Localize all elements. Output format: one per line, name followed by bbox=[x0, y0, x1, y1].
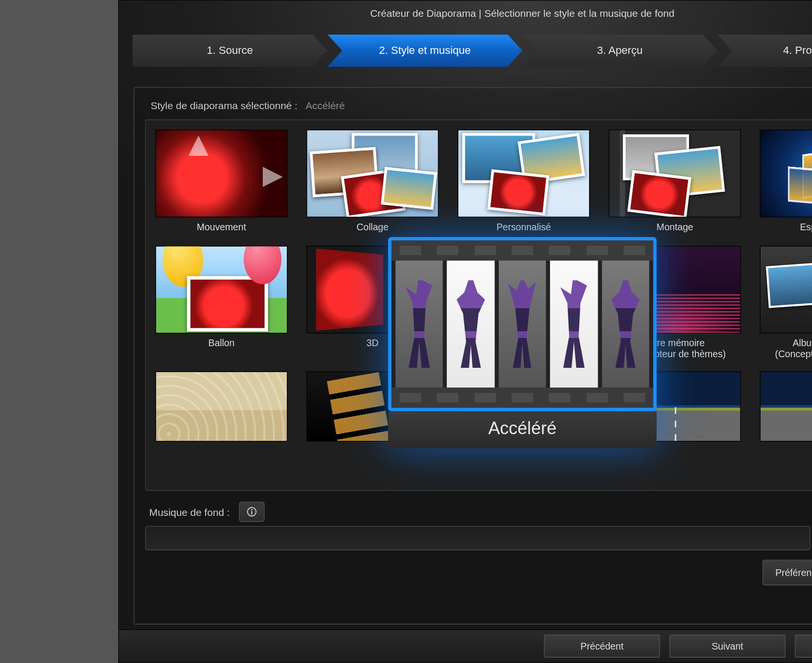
title-bar: Créateur de Diaporama | Sélectionner le … bbox=[119, 0, 812, 25]
style-thumb bbox=[609, 130, 741, 218]
style-tile[interactable] bbox=[760, 372, 812, 442]
footer-bar: Précédent Suivant Annuler bbox=[119, 629, 812, 663]
style-tile-collage[interactable]: Collage bbox=[307, 130, 439, 234]
style-tile[interactable] bbox=[155, 372, 287, 442]
svg-point-3 bbox=[251, 509, 253, 511]
style-row-1: Mouvement Collage Personnalisé bbox=[153, 130, 812, 234]
step-preview[interactable]: 3. Aperçu bbox=[522, 35, 717, 67]
style-tile-montage[interactable]: Montage bbox=[609, 130, 741, 234]
style-tile-mouvement[interactable]: Mouvement bbox=[155, 130, 287, 234]
selection-line: Style de diaporama sélectionné : Accélér… bbox=[150, 100, 812, 112]
style-thumb bbox=[307, 130, 439, 218]
style-caption: Espace gelé bbox=[800, 222, 812, 234]
svg-rect-4 bbox=[251, 511, 252, 514]
selected-style-preview: Accéléré bbox=[388, 237, 657, 449]
style-thumb bbox=[155, 372, 287, 442]
selection-value: Accéléré bbox=[306, 100, 345, 112]
style-thumb bbox=[457, 130, 590, 218]
prefs-row: Préférences de diaporama bbox=[145, 560, 812, 585]
preview-image bbox=[388, 237, 657, 411]
previous-button[interactable]: Précédent bbox=[544, 635, 660, 658]
style-caption: Collage bbox=[357, 222, 389, 234]
style-tile-personnalise[interactable]: Personnalisé bbox=[457, 130, 590, 234]
style-caption: 3D bbox=[367, 338, 379, 350]
app-window: Créateur de Diaporama | Sélectionner le … bbox=[118, 0, 812, 663]
window-title: Créateur de Diaporama | Sélectionner le … bbox=[370, 7, 675, 19]
style-thumb bbox=[760, 130, 812, 218]
wizard-steps: 1. Source 2. Style et musique 3. Aperçu … bbox=[132, 35, 812, 74]
style-thumb bbox=[155, 130, 287, 218]
style-tile-album-moderne[interactable]: Album moderne(Concepteur de thèmes) bbox=[760, 246, 812, 359]
step-style[interactable]: 2. Style et musique bbox=[327, 35, 522, 67]
style-caption: Personnalisé bbox=[496, 222, 551, 234]
style-thumb bbox=[155, 246, 287, 334]
music-row: Musique de fond : bbox=[149, 501, 812, 522]
info-icon[interactable] bbox=[239, 501, 265, 522]
cancel-button[interactable]: Annuler bbox=[795, 635, 812, 658]
style-caption: Ballon bbox=[209, 338, 235, 350]
preview-caption: Accéléré bbox=[388, 411, 657, 448]
selection-label: Style de diaporama sélectionné : bbox=[150, 100, 297, 112]
step-production[interactable]: 4. Production bbox=[717, 35, 812, 67]
style-caption: Album moderne(Concepteur de thèmes) bbox=[775, 338, 812, 359]
style-tile-ballon[interactable]: Ballon bbox=[155, 246, 287, 359]
music-label: Musique de fond : bbox=[149, 506, 230, 518]
style-tile-espace-gele[interactable]: Espace gelé bbox=[760, 130, 812, 234]
next-button[interactable]: Suivant bbox=[669, 635, 786, 658]
music-path-field[interactable] bbox=[145, 526, 811, 550]
slideshow-preferences-button[interactable]: Préférences de diaporama bbox=[763, 560, 812, 585]
step-source[interactable]: 1. Source bbox=[132, 35, 327, 67]
style-thumb bbox=[760, 372, 812, 442]
music-input-row: + − bbox=[145, 526, 812, 550]
style-thumb bbox=[760, 246, 812, 334]
style-caption: Montage bbox=[656, 222, 693, 234]
style-caption: Mouvement bbox=[197, 222, 246, 234]
